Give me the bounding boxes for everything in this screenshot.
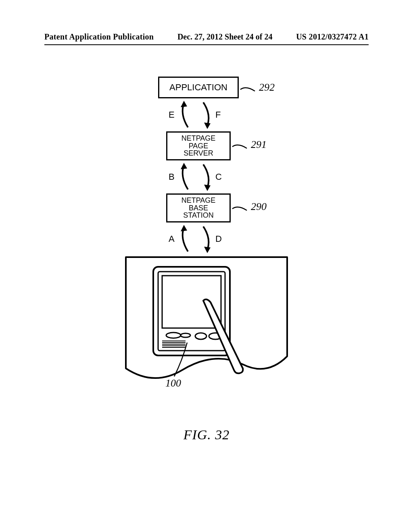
base-station-box: NETPAGE BASE STATION xyxy=(166,193,231,222)
svg-point-4 xyxy=(181,333,190,337)
device-illustration xyxy=(122,256,291,393)
page-header: Patent Application Publication Dec. 27, … xyxy=(44,32,369,42)
page-server-line1: NETPAGE xyxy=(181,135,216,142)
ref-291: 291 xyxy=(251,139,267,151)
page-server-box: NETPAGE PAGE SERVER xyxy=(166,131,231,160)
page-server-line3: SERVER xyxy=(184,150,213,157)
page: Patent Application Publication Dec. 27, … xyxy=(0,0,413,532)
arrow-E-up xyxy=(177,98,193,131)
ref-leader-291 xyxy=(231,142,251,154)
application-label: APPLICATION xyxy=(169,83,227,92)
edge-A: A xyxy=(169,234,175,244)
header-left: Patent Application Publication xyxy=(44,32,154,42)
arrow-A-up xyxy=(177,222,193,255)
figure-caption: FIG. 32 xyxy=(184,427,230,443)
edge-E: E xyxy=(169,110,175,120)
ref-292: 292 xyxy=(259,81,275,94)
edge-F: F xyxy=(215,110,221,120)
ref-100: 100 xyxy=(165,377,181,389)
application-box: APPLICATION xyxy=(158,77,239,98)
header-right: US 2012/0327472 A1 xyxy=(296,32,369,42)
ref-leader-290 xyxy=(231,204,251,216)
base-station-line2: BASE xyxy=(189,204,208,212)
base-station-line1: NETPAGE xyxy=(181,197,216,204)
figure-32-diagram: APPLICATION 292 E F NETPAGE PAGE SERVER … xyxy=(106,73,307,403)
header-rule xyxy=(44,44,369,45)
arrow-D-down xyxy=(199,222,215,255)
edge-B: B xyxy=(169,172,175,182)
base-station-line3: STATION xyxy=(183,212,213,219)
arrow-B-up xyxy=(177,160,193,193)
edge-D: D xyxy=(215,234,222,244)
svg-point-5 xyxy=(195,333,206,339)
arrow-F-down xyxy=(199,98,215,131)
page-server-line2: PAGE xyxy=(189,142,209,150)
ref-leader-292 xyxy=(239,85,259,97)
svg-point-3 xyxy=(166,332,181,338)
arrow-C-down xyxy=(199,160,215,193)
ref-290: 290 xyxy=(251,201,267,213)
edge-C: C xyxy=(215,172,222,182)
header-center: Dec. 27, 2012 Sheet 24 of 24 xyxy=(177,32,273,42)
